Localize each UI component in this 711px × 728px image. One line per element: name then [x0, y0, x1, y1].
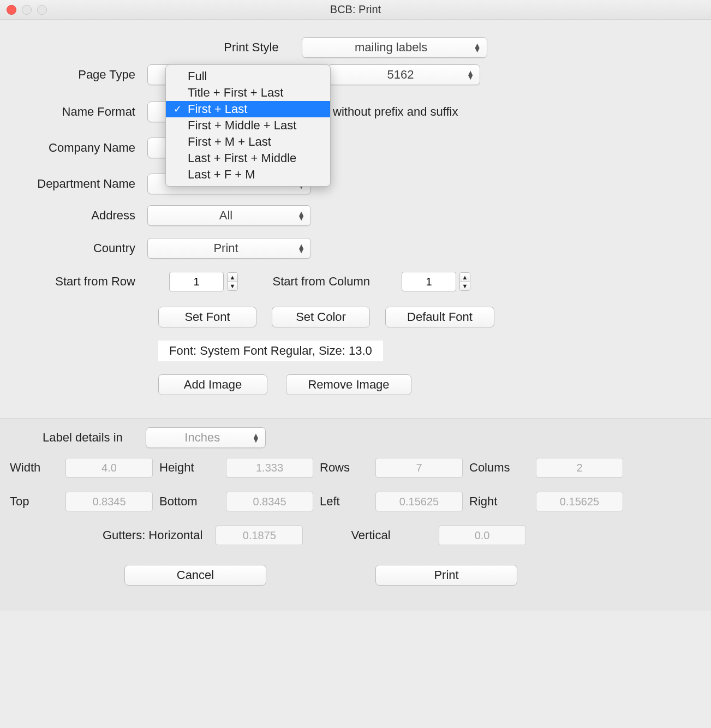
default-font-button[interactable]: Default Font — [385, 307, 494, 327]
top-label: Top — [10, 494, 59, 509]
main-content: Print Style mailing labels ▲▼ Page Type … — [0, 20, 711, 407]
width-field[interactable]: 4.0 — [65, 458, 153, 478]
label-unit-value: Inches — [184, 431, 220, 445]
font-info: Font: System Font Regular, Size: 13.0 — [158, 341, 383, 361]
menu-item-label: First + Last — [188, 102, 247, 116]
width-label: Width — [10, 461, 59, 475]
bottom-label: Bottom — [159, 494, 219, 509]
address-label: Address — [22, 208, 147, 223]
print-style-value: mailing labels — [355, 40, 427, 55]
close-window-button[interactable] — [7, 5, 16, 15]
start-column-field[interactable] — [402, 272, 456, 291]
right-label: Right — [469, 494, 529, 509]
window-controls — [7, 5, 47, 15]
chevron-updown-icon: ▲▼ — [297, 244, 305, 253]
gutter-horizontal-field[interactable]: 0.1875 — [216, 526, 303, 545]
print-style-label: Print Style — [224, 40, 288, 55]
height-field[interactable]: 1.333 — [226, 458, 313, 478]
name-format-option[interactable]: Title + First + Last — [166, 85, 330, 101]
start-column-label: Start from Column — [260, 275, 380, 289]
left-field[interactable]: 0.15625 — [375, 492, 463, 511]
name-format-option[interactable]: Full — [166, 68, 330, 85]
height-label: Height — [159, 461, 219, 475]
country-value: Print — [213, 241, 238, 255]
right-field[interactable]: 0.15625 — [536, 492, 623, 511]
label-details-label: Label details in — [43, 431, 133, 445]
start-row-label: Start from Row — [22, 275, 147, 289]
department-name-label: Department Name — [22, 177, 147, 191]
name-format-menu[interactable]: FullTitle + First + Last✓First + LastFir… — [165, 64, 331, 187]
name-format-option[interactable]: First + Middle + Last — [166, 117, 330, 134]
start-row-stepper[interactable]: ▲▼ — [227, 272, 238, 291]
chevron-updown-icon: ▲▼ — [252, 433, 260, 442]
page-type-right-value: 5162 — [387, 68, 414, 82]
rows-field[interactable]: 7 — [375, 458, 463, 478]
remove-image-button[interactable]: Remove Image — [286, 374, 411, 395]
name-format-option[interactable]: Last + First + Middle — [166, 150, 330, 166]
minimize-window-button[interactable] — [22, 5, 32, 15]
menu-item-label: Last + First + Middle — [188, 151, 296, 165]
label-details-panel: Label details in Inches ▲▼ Width 4.0 Hei… — [0, 418, 711, 611]
print-style-popup[interactable]: mailing labels ▲▼ — [302, 37, 487, 58]
page-type-right-popup[interactable]: 5162 ▲▼ — [327, 64, 480, 85]
print-button[interactable]: Print — [375, 565, 517, 586]
rows-label: Rows — [320, 461, 369, 475]
label-unit-popup[interactable]: Inches ▲▼ — [146, 427, 266, 448]
set-color-button[interactable]: Set Color — [272, 307, 370, 327]
columns-label: Colums — [469, 461, 529, 475]
chevron-updown-icon: ▲▼ — [297, 211, 305, 220]
company-name-label: Company Name — [22, 141, 147, 155]
titlebar: BCB: Print — [0, 0, 711, 20]
add-image-button[interactable]: Add Image — [158, 374, 267, 395]
set-font-button[interactable]: Set Font — [158, 307, 256, 327]
left-label: Left — [320, 494, 369, 509]
start-column-stepper[interactable]: ▲▼ — [459, 272, 470, 291]
window-title: BCB: Print — [330, 3, 381, 16]
country-popup[interactable]: Print ▲▼ — [147, 238, 311, 259]
name-format-label: Name Format — [22, 105, 147, 119]
menu-item-label: First + Middle + Last — [188, 118, 296, 132]
start-row-field[interactable] — [169, 272, 224, 291]
address-value: All — [219, 208, 232, 223]
name-format-option[interactable]: ✓First + Last — [166, 101, 330, 117]
menu-item-label: First + M + Last — [188, 135, 271, 148]
columns-field[interactable]: 2 — [536, 458, 623, 478]
address-popup[interactable]: All ▲▼ — [147, 205, 311, 226]
gutter-vertical-label: Vertical — [351, 528, 390, 542]
name-format-note: without prefix and suffix — [333, 105, 458, 119]
zoom-window-button[interactable] — [37, 5, 47, 15]
menu-item-label: Title + First + Last — [188, 86, 283, 99]
menu-item-label: Full — [188, 69, 207, 83]
country-label: Country — [22, 241, 147, 255]
cancel-button[interactable]: Cancel — [124, 565, 266, 586]
gutter-vertical-field[interactable]: 0.0 — [439, 526, 526, 545]
checkmark-icon: ✓ — [174, 103, 182, 115]
gutter-horizontal-label: Gutters: Horizontal — [103, 528, 202, 542]
chevron-updown-icon: ▲▼ — [467, 70, 474, 79]
name-format-option[interactable]: Last + F + M — [166, 166, 330, 183]
page-type-label: Page Type — [22, 68, 147, 82]
menu-item-label: Last + F + M — [188, 168, 255, 181]
top-field[interactable]: 0.8345 — [65, 492, 153, 511]
chevron-updown-icon: ▲▼ — [474, 43, 481, 52]
bottom-field[interactable]: 0.8345 — [226, 492, 313, 511]
name-format-option[interactable]: First + M + Last — [166, 134, 330, 150]
